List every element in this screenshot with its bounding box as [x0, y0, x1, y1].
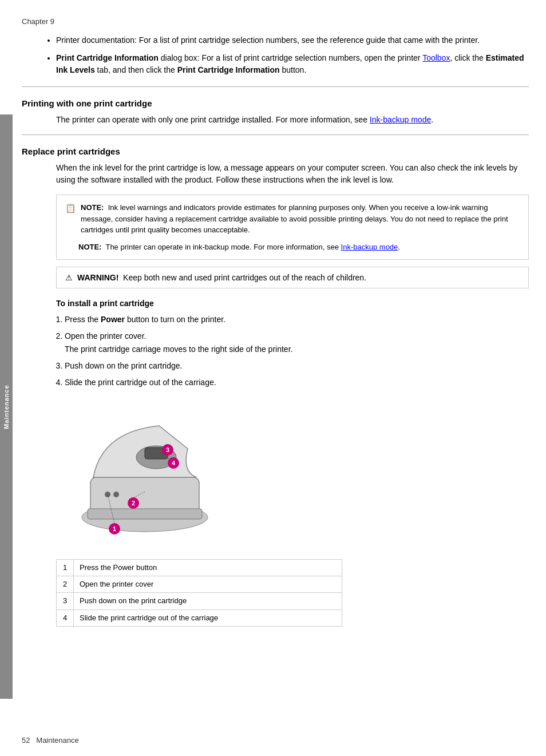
- install-heading: To install a print cartridge: [56, 299, 529, 308]
- svg-text:1: 1: [113, 525, 116, 532]
- page-footer: 52 Maintenance: [22, 736, 79, 745]
- main-content: Chapter 9 Printer documentation: For a l…: [22, 11, 529, 627]
- table-row: 4 Slide the print cartridge out of the c…: [57, 609, 342, 626]
- bullet-text-2: Print Cartridge Information dialog box: …: [56, 53, 524, 74]
- printer-image: 1 2 3 4: [56, 397, 216, 548]
- table-cell-text: Press the Power button: [74, 560, 342, 576]
- sidebar-label: Maintenance: [3, 385, 10, 429]
- svg-text:3: 3: [166, 446, 169, 453]
- bold-text: Print Cartridge Information: [177, 65, 280, 74]
- step-2-sub: The print cartridge carriage moves to th…: [65, 343, 529, 355]
- chapter-label: Chapter 9: [22, 17, 529, 26]
- footer-text: Maintenance: [36, 736, 78, 745]
- svg-text:4: 4: [172, 460, 176, 466]
- list-item: Print Cartridge Information dialog box: …: [56, 52, 529, 76]
- table-row: 1 Press the Power button: [57, 560, 342, 576]
- step-3: Push down on the print cartridge.: [65, 360, 529, 372]
- table-row: 2 Open the printer cover: [57, 576, 342, 593]
- callout-table: 1 Press the Power button 2 Open the prin…: [56, 559, 342, 627]
- warning-box: ⚠ WARNING! Keep both new and used print …: [56, 267, 529, 288]
- page-container: Maintenance Chapter 9 Printer documentat…: [0, 0, 546, 756]
- table-cell-text: Open the printer cover: [74, 576, 342, 593]
- svg-rect-2: [88, 509, 202, 519]
- step-2: Open the printer cover. The print cartri…: [65, 330, 529, 355]
- note-icon-1: 📋: [65, 202, 76, 215]
- bold-power: Power: [101, 315, 125, 324]
- section2-heading: Replace print cartridges: [22, 147, 529, 156]
- table-row: 3 Push down on the print cartridge: [57, 593, 342, 609]
- divider-2: [22, 134, 529, 135]
- printer-svg: 1 2 3 4: [56, 397, 216, 546]
- warning-icon: ⚠: [65, 273, 73, 282]
- table-cell-num: 2: [57, 576, 74, 593]
- table-cell-num: 3: [57, 593, 74, 609]
- step-4: Slide the print cartridge out of the car…: [65, 377, 529, 389]
- bullet-text-1: Printer documentation: For a list of pri…: [56, 35, 480, 45]
- sidebar-bar: Maintenance: [0, 114, 13, 699]
- table-cell-text: Slide the print cartridge out of the car…: [74, 609, 342, 626]
- section1-body: The printer can operate with only one pr…: [56, 114, 529, 126]
- list-item: Printer documentation: For a list of pri…: [56, 34, 529, 46]
- table-cell-num: 1: [57, 560, 74, 576]
- note1-content: NOTE: Ink level warnings and indicators …: [81, 202, 520, 236]
- table-cell-text: Push down on the print cartridge: [74, 593, 342, 609]
- table-cell-num: 4: [57, 609, 74, 626]
- step-1: Press the Power button to turn on the pr…: [65, 314, 529, 326]
- section1-heading: Printing with one print cartridge: [22, 98, 529, 108]
- note1-text: 📋 NOTE: Ink level warnings and indicator…: [65, 202, 520, 252]
- warning-label: WARNING!: [77, 273, 118, 282]
- divider: [22, 86, 529, 87]
- steps-list: Press the Power button to turn on the pr…: [65, 314, 529, 389]
- ink-backup-link-1[interactable]: Ink-backup mode: [370, 115, 431, 124]
- svg-text:2: 2: [132, 500, 135, 506]
- footer-page-num: 52: [22, 736, 30, 745]
- section1-text: The printer can operate with only one pr…: [56, 115, 433, 124]
- warning-text: WARNING! Keep both new and used print ca…: [77, 273, 366, 282]
- note2-content: NOTE: The printer can operate in ink-bac…: [78, 242, 520, 253]
- svg-point-6: [113, 492, 119, 497]
- note-box-1: 📋 NOTE: Ink level warnings and indicator…: [56, 195, 529, 260]
- toolbox-link[interactable]: Toolbox: [422, 53, 450, 62]
- section2-body: When the ink level for the print cartrid…: [56, 162, 529, 186]
- bullet-list: Printer documentation: For a list of pri…: [56, 34, 529, 76]
- bold-text: Print Cartridge Information: [56, 53, 159, 62]
- ink-backup-link-2[interactable]: Ink-backup mode: [341, 243, 398, 251]
